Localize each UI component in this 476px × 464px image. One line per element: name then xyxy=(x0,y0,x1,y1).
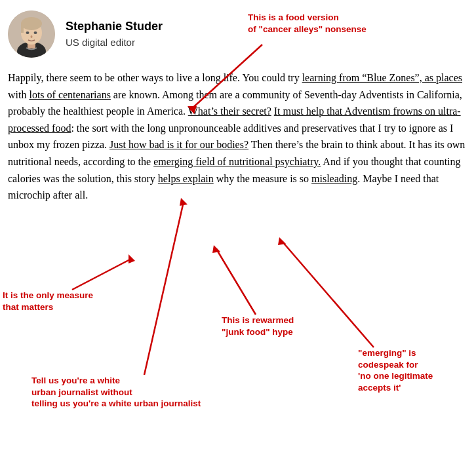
link-blue-zones[interactable]: learning from “Blue Zones”, as places xyxy=(302,72,462,83)
svg-line-17 xyxy=(282,241,374,347)
annotation-top-right: This is a food versionof "cancer alleys"… xyxy=(248,12,367,35)
author-info: Stephanie Studer US digital editor xyxy=(66,18,163,50)
annotation-white-journalist: Tell us you're a whiteurban journalist w… xyxy=(31,375,201,410)
annotation-emerging: "emerging" iscodespeak for'no one legiti… xyxy=(358,347,433,393)
svg-line-11 xyxy=(72,259,131,290)
svg-line-13 xyxy=(216,249,256,315)
svg-marker-18 xyxy=(278,237,286,245)
article-body: Happily, there seem to be other ways to … xyxy=(8,69,468,204)
annotation-rewarmed: This is rewarmed"junk food" hype xyxy=(222,315,294,338)
link-helps-explain[interactable]: helps explain xyxy=(158,173,214,184)
link-misleading[interactable]: misleading xyxy=(311,173,357,184)
link-centenarians[interactable]: lots of centenarians xyxy=(29,89,110,100)
page: Stephanie Studer US digital editor Happi… xyxy=(0,0,476,464)
svg-point-4 xyxy=(21,17,42,30)
svg-rect-5 xyxy=(21,24,24,33)
svg-line-15 xyxy=(144,202,184,375)
link-nutritional-psychiatry[interactable]: emerging field of nutritional psychiatry… xyxy=(153,156,321,167)
author-name: Stephanie Studer xyxy=(66,18,163,35)
link-secret[interactable]: What’s their secret? xyxy=(188,106,271,117)
avatar xyxy=(8,10,55,58)
svg-marker-14 xyxy=(212,245,220,253)
svg-point-8 xyxy=(31,35,33,38)
annotation-only-measure: It is the only measurethat matters xyxy=(3,290,93,313)
link-how-bad[interactable]: Just how bad is it for our bodies? xyxy=(109,139,248,150)
author-section: Stephanie Studer US digital editor xyxy=(8,10,468,58)
svg-point-7 xyxy=(34,31,37,34)
author-title: US digital editor xyxy=(66,35,163,50)
svg-point-6 xyxy=(26,31,30,34)
svg-marker-12 xyxy=(129,254,135,263)
